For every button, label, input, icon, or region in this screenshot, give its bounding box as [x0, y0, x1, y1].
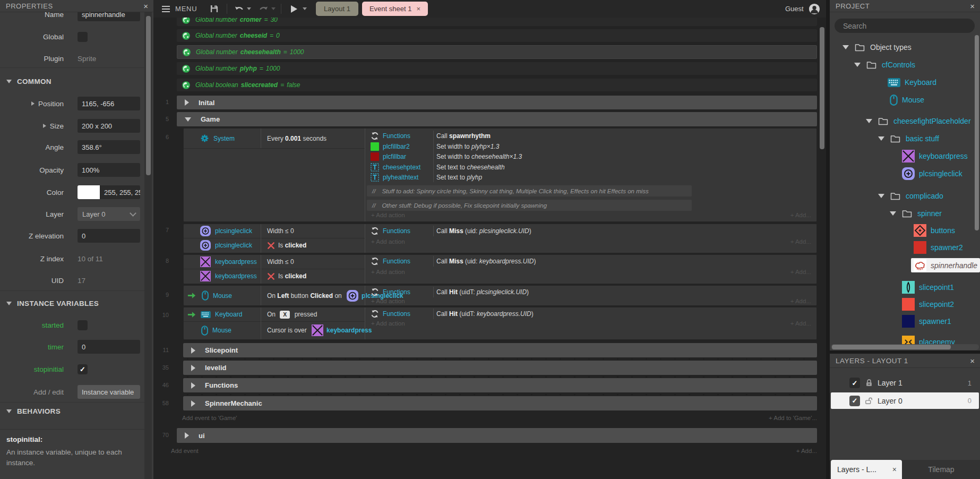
- angle-field[interactable]: 358.6°: [78, 140, 140, 154]
- tree-folder-cheesefightplaceholder[interactable]: cheesefightPlaceholder: [866, 114, 980, 128]
- tab-layout-1[interactable]: Layout 1: [316, 2, 358, 16]
- comment-row[interactable]: //Other stuff: Debug if possible, Fix sl…: [367, 200, 692, 211]
- action-call-miss[interactable]: Functions Call Miss (uid: plcsingleclick…: [371, 226, 531, 236]
- expanded-arrow-icon[interactable]: [185, 117, 191, 122]
- tree-item-object-types[interactable]: Object types: [843, 40, 912, 54]
- tree-item-spawner1[interactable]: spawner1: [902, 314, 951, 328]
- expand-icon[interactable]: [31, 101, 35, 106]
- search-input[interactable]: [835, 19, 975, 33]
- collapsed-arrow-icon[interactable]: [191, 365, 195, 371]
- global-checkbox[interactable]: [78, 32, 88, 42]
- undo-dropdown[interactable]: [247, 0, 251, 18]
- tree-folder-complicado[interactable]: complicado: [878, 189, 943, 203]
- preview-dropdown[interactable]: [303, 0, 307, 18]
- global-variable-slicecreated[interactable]: Global booleanslicecreated=false: [177, 79, 817, 91]
- close-panel-icon[interactable]: ×: [970, 357, 975, 365]
- expanded-arrow-icon[interactable]: [866, 119, 872, 123]
- color-swatch[interactable]: [78, 185, 100, 199]
- instance-variable-button[interactable]: Instance variable: [78, 385, 140, 399]
- collapsed-arrow-icon[interactable]: [191, 382, 195, 389]
- event-block-6[interactable]: System Every 0.001 seconds Functions Cal…: [183, 128, 817, 222]
- expand-icon[interactable]: [43, 124, 46, 128]
- section-common[interactable]: COMMON: [0, 78, 144, 85]
- add-more-link[interactable]: + Add...: [790, 269, 811, 275]
- add-more-link[interactable]: + Add...: [790, 238, 811, 245]
- redo-button[interactable]: [259, 0, 269, 18]
- position-field[interactable]: 1165, -656: [78, 97, 140, 110]
- z-elevation-field[interactable]: 0: [78, 229, 140, 243]
- expanded-arrow-icon[interactable]: [890, 211, 896, 216]
- event-sheet-scrollbar[interactable]: [820, 27, 824, 149]
- group-inital[interactable]: Inital: [177, 96, 817, 109]
- add-action-link[interactable]: + Add action: [371, 238, 405, 245]
- collapsed-arrow-icon[interactable]: [185, 432, 189, 439]
- stopinitial-checkbox[interactable]: ✓: [78, 364, 88, 374]
- add-to-game-link[interactable]: + Add to 'Game'...: [743, 415, 817, 421]
- event-block-7[interactable]: plcsingleclick Width ≤ 0 plcsingleclick …: [183, 224, 817, 253]
- action-set-width-plcfillbar2[interactable]: plcfillbar2 Set width to plyhp×1.3: [371, 141, 499, 152]
- action-set-text-cheesehptext[interactable]: cheesehptext Set text to cheesehealth: [371, 162, 505, 173]
- preview-button[interactable]: [291, 0, 297, 18]
- add-action-link[interactable]: + Add action: [371, 298, 405, 304]
- section-expand-icon[interactable]: [6, 409, 12, 413]
- tree-item-spinnerhandle-selected[interactable]: spinnerhandle: [914, 258, 979, 272]
- tab-event-sheet-1[interactable]: Event sheet 1×: [362, 2, 428, 16]
- add-event-link[interactable]: Add event: [171, 448, 199, 454]
- tree-item-plcsingleclick[interactable]: plcsingleclick: [902, 167, 962, 181]
- expanded-arrow-icon[interactable]: [878, 136, 884, 141]
- action-call-miss[interactable]: Functions Call Miss (uid: keyboardpress.…: [371, 256, 536, 267]
- event-block-8[interactable]: keyboardpress Width ≤ 0 keyboardpress Is…: [183, 254, 817, 284]
- menu-button[interactable]: MENU: [162, 0, 197, 18]
- section-behaviors[interactable]: BEHAVIORS: [0, 407, 144, 415]
- global-variable-cheeseid[interactable]: Global numbercheeseid=0: [177, 29, 817, 42]
- color-value-field[interactable]: 255, 255, 255: [100, 185, 140, 199]
- event-block-10[interactable]: Keyboard On X pressed Mouse Cursor is ov…: [183, 307, 817, 340]
- user-menu[interactable]: Guest: [785, 0, 820, 18]
- add-more-link[interactable]: + Add...: [790, 298, 811, 304]
- add-more-link[interactable]: + Add...: [775, 448, 817, 454]
- tree-folder-spinner[interactable]: spinner: [890, 207, 942, 220]
- opacity-field[interactable]: 100%: [78, 163, 140, 177]
- size-field[interactable]: 200 x 200: [78, 119, 140, 133]
- collapsed-arrow-icon[interactable]: [191, 347, 195, 354]
- layer-row-layer0-selected[interactable]: ✓ Layer 0 0: [831, 392, 979, 409]
- tree-folder-basic-stuff[interactable]: basic stuff: [878, 132, 939, 146]
- add-action-link[interactable]: + Add action: [371, 212, 405, 218]
- group-functions[interactable]: Functions: [183, 378, 817, 392]
- tab-layers[interactable]: Layers - L... ×: [831, 460, 902, 479]
- tree-item-buttons[interactable]: buttons: [914, 224, 955, 237]
- add-event-to-game-link[interactable]: Add event to 'Game': [182, 415, 237, 421]
- comment-row[interactable]: //Stuff to add: Spinny circle thing, Ski…: [367, 185, 692, 196]
- add-more-link[interactable]: + Add...: [790, 212, 811, 218]
- project-vertical-scrollbar[interactable]: [975, 35, 979, 230]
- action-set-width-plcfillbar[interactable]: plcfillbar Set width to cheesehealth×1.3: [371, 151, 522, 162]
- group-spinnermechanic[interactable]: SpinnerMechanic: [183, 396, 817, 410]
- started-checkbox[interactable]: [78, 320, 88, 330]
- layer-dropdown[interactable]: Layer 0: [78, 207, 140, 221]
- redo-dropdown[interactable]: [271, 0, 276, 18]
- layer-row-layer1[interactable]: ✓ Layer 1 1: [831, 375, 979, 391]
- expanded-arrow-icon[interactable]: [854, 63, 861, 67]
- action-call-hit[interactable]: Functions Call Hit (uidT: plcsingleclick…: [371, 287, 529, 297]
- add-action-link[interactable]: + Add action: [371, 320, 405, 327]
- section-expand-icon[interactable]: [6, 80, 12, 83]
- tree-item-slicepoint2[interactable]: slicepoint2: [902, 297, 954, 311]
- group-levelid[interactable]: levelid: [183, 361, 817, 375]
- tree-item-spawner2[interactable]: spawner2: [914, 241, 963, 254]
- global-variable-plyhp[interactable]: Global numberplyhp=1000: [177, 62, 817, 75]
- undo-button[interactable]: [234, 0, 244, 18]
- section-expand-icon[interactable]: [6, 302, 12, 305]
- close-tab-icon[interactable]: ×: [892, 465, 897, 474]
- expanded-arrow-icon[interactable]: [878, 194, 884, 198]
- tree-item-keyboard[interactable]: Keyboard: [888, 75, 936, 89]
- timer-field[interactable]: 0: [78, 340, 140, 354]
- tab-tilemap[interactable]: Tilemap: [902, 460, 980, 479]
- event-block-9[interactable]: Mouse On Left button Clicked on plcsingl…: [183, 285, 817, 306]
- add-more-link[interactable]: + Add...: [790, 320, 811, 327]
- global-variable-cheesehealth-selected[interactable]: Global numbercheesehealth=1000: [177, 45, 817, 59]
- close-tab-icon[interactable]: ×: [416, 5, 420, 13]
- group-game[interactable]: Game: [177, 112, 817, 126]
- group-ui[interactable]: ui: [177, 428, 817, 443]
- save-button[interactable]: [210, 0, 219, 18]
- collapsed-arrow-icon[interactable]: [191, 400, 195, 407]
